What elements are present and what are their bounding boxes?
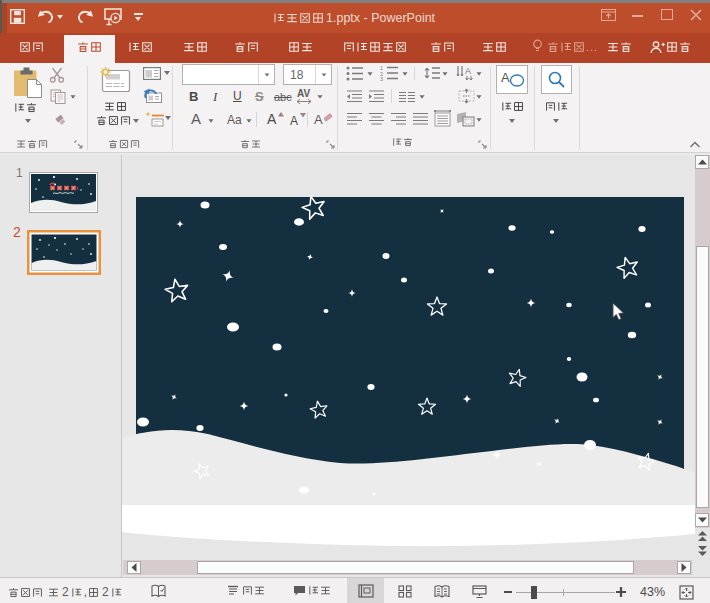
svg-text:A: A	[465, 66, 471, 76]
svg-text:3: 3	[380, 76, 383, 81]
